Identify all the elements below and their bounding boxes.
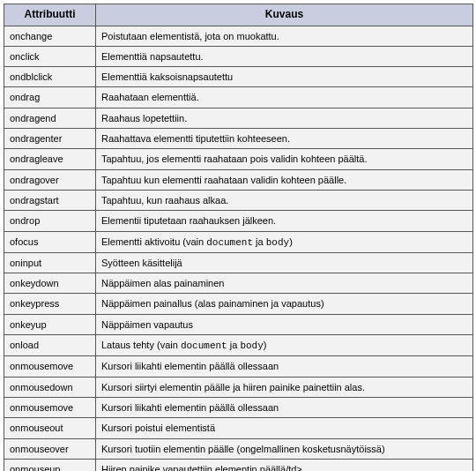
header-row: Attribuutti Kuvaus [4,4,473,26]
table-row: onmousedownKursori siirtyi elementin pää… [4,377,473,397]
desc-cell: Raahattava elementti tiputettiin kohtees… [96,129,473,149]
attr-cell: ondrop [4,211,96,231]
table-row: ondragoverTapahtuu kun elementti raahata… [4,169,473,190]
desc-cell: Raahaus lopetettiin. [96,108,473,128]
attr-cell: ondragenter [4,129,96,149]
attr-cell: onmousemove [4,356,96,377]
table-row: onkeypressNäppäimen painallus (alas pain… [4,294,473,314]
code-fragment: document [206,237,253,248]
table-row: ondragendRaahaus lopetettiin. [4,108,473,128]
table-row: onchangePoistutaan elementistä, jota on … [4,26,473,46]
table-row: onmouseoverKursori tuotiin elementin pää… [4,438,473,459]
desc-cell: Kursori liikahti elementin päällä olless… [96,397,473,417]
attributes-table: Attribuutti Kuvaus onchangePoistutaan el… [4,4,473,471]
attr-cell: onkeypress [4,294,96,314]
desc-cell: Kursori poistui elementistä [96,418,473,438]
table-row: ondblclickElementtiä kaksoisnapsautettu [4,67,473,87]
attr-cell: onclick [4,46,96,66]
table-row: onmousemoveKursori liikahti elementin pä… [4,356,473,377]
attr-cell: ondragover [4,169,96,190]
attr-cell: ondragstart [4,190,96,210]
table-row: ofocusElementti aktivoitu (vain document… [4,231,473,252]
desc-cell: Näppäimen vapautus [96,314,473,334]
attr-cell: ondragleave [4,149,96,169]
desc-cell: Kursori siirtyi elementin päälle ja hiir… [96,377,473,397]
table-row: ondragRaahataan elementtiä. [4,87,473,108]
desc-cell: Elementtiä kaksoisnapsautettu [96,67,473,87]
attr-cell: onkeydown [4,273,96,294]
table-row: onclickElementtiä napsautettu. [4,46,473,66]
table-row: onmouseoutKursori poistui elementistä [4,418,473,438]
table-row: onmouseupHiiren painike vapautettiin ele… [4,459,473,471]
table-row: onmousemoveKursori liikahti elementin pä… [4,397,473,417]
attr-cell: ondragend [4,108,96,128]
desc-cell: Syötteen käsittelijä [96,252,473,273]
table-row: onkeyupNäppäimen vapautus [4,314,473,334]
desc-cell: Tapahtuu kun elementti raahataan validin… [96,169,473,190]
table-row: ondragenterRaahattava elementti tiputett… [4,129,473,149]
desc-cell: Elementii tiputetaan raahauksen jälkeen. [96,211,473,231]
desc-cell: Lataus tehty (vain document ja body) [96,335,473,356]
table-row: onkeydownNäppäimen alas painaminen [4,273,473,294]
attr-cell: oninput [4,252,96,273]
attr-cell: onchange [4,26,96,46]
attr-cell: onmouseout [4,418,96,438]
desc-cell: Tapahtuu, jos elementti raahataan pois v… [96,149,473,169]
desc-cell: Elementti aktivoitu (vain document ja bo… [96,231,473,252]
desc-cell: Hiiren painike vapautettiin elementin pä… [96,459,473,471]
table-row: ondropElementii tiputetaan raahauksen jä… [4,211,473,231]
attr-cell: onmousemove [4,397,96,417]
attr-cell: ofocus [4,231,96,252]
attr-cell: onmouseup [4,459,96,471]
table-row: ondragstartTapahtuu, kun raahaus alkaa. [4,190,473,210]
attr-cell: onmouseover [4,438,96,459]
attr-cell: onload [4,335,96,356]
header-desc: Kuvaus [96,4,473,26]
table-row: oninputSyötteen käsittelijä [4,252,473,273]
attr-cell: ondrag [4,87,96,108]
desc-cell: Kursori liikahti elementin päällä olless… [96,356,473,377]
desc-cell: Kursori tuotiin elementin päälle (ongelm… [96,438,473,459]
desc-cell: Elementtiä napsautettu. [96,46,473,66]
desc-cell: Tapahtuu, kun raahaus alkaa. [96,190,473,210]
desc-cell: Näppäimen alas painaminen [96,273,473,294]
code-fragment: body [240,340,263,351]
attr-cell: ondblclick [4,67,96,87]
table-row: onloadLataus tehty (vain document ja bod… [4,335,473,356]
code-fragment: document [181,340,227,351]
attr-cell: onkeyup [4,314,96,334]
table-row: ondragleaveTapahtuu, jos elementti raaha… [4,149,473,169]
desc-cell: Raahataan elementtiä. [96,87,473,108]
desc-cell: Poistutaan elementistä, jota on muokattu… [96,26,473,46]
code-fragment: body [266,237,289,248]
desc-cell: Näppäimen painallus (alas painaminen ja … [96,294,473,314]
header-attr: Attribuutti [4,4,96,26]
attr-cell: onmousedown [4,377,96,397]
